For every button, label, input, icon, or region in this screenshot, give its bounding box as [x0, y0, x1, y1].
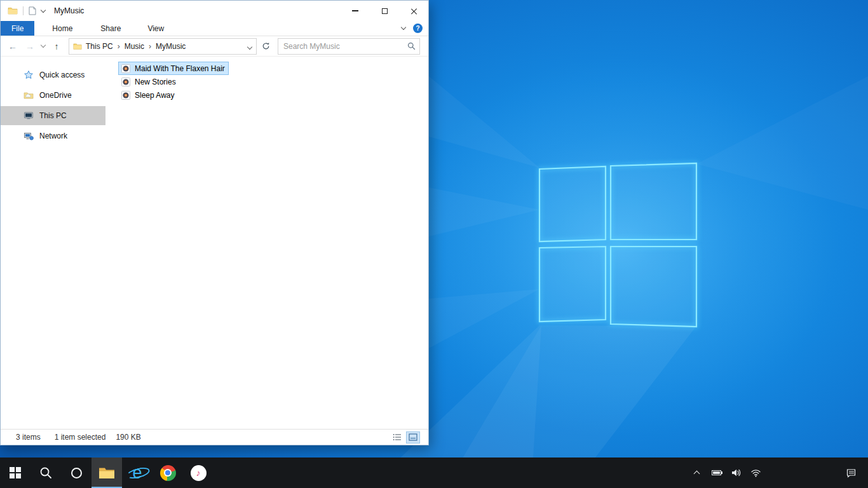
- search-input[interactable]: [283, 42, 407, 51]
- wifi-icon: [750, 468, 761, 478]
- tab-file[interactable]: File: [1, 21, 34, 36]
- start-icon: [10, 467, 21, 478]
- selection-count: 1 item selected: [55, 433, 106, 442]
- address-box[interactable]: This PC › Music › MyMusic: [69, 38, 257, 55]
- cortana-button[interactable]: [61, 458, 92, 488]
- explorer-window: MyMusic File Home Share View ? ← → ↑ Thi…: [0, 0, 429, 445]
- taskbar-file-explorer-button[interactable]: [92, 458, 122, 488]
- view-toggles: [391, 432, 428, 443]
- network-icon: [24, 131, 34, 141]
- qat-properties-icon[interactable]: [29, 6, 36, 15]
- sidebar-item-this-pc[interactable]: This PC: [1, 106, 105, 125]
- file-explorer-icon: [98, 466, 115, 480]
- expand-ribbon-chevron-icon[interactable]: [401, 25, 406, 30]
- breadcrumb-music[interactable]: Music: [121, 42, 148, 51]
- sidebar-item-label: This PC: [39, 111, 67, 120]
- network-button[interactable]: [749, 466, 762, 479]
- maximize-icon: [382, 8, 388, 14]
- recent-locations-chevron-icon[interactable]: [39, 38, 47, 55]
- chrome-button[interactable]: [153, 458, 183, 488]
- file-name: New Stories: [135, 78, 176, 86]
- battery-button[interactable]: [710, 466, 722, 479]
- cortana-icon: [71, 468, 82, 478]
- star-icon: [24, 70, 34, 80]
- tab-view[interactable]: View: [139, 21, 173, 36]
- maximize-button[interactable]: [370, 1, 399, 21]
- sidebar-item-label: OneDrive: [39, 91, 72, 100]
- tab-home[interactable]: Home: [43, 21, 81, 36]
- search-icon: [39, 466, 52, 479]
- window-body: Quick access OneDrive This PC: [1, 57, 428, 429]
- volume-button[interactable]: [729, 466, 742, 479]
- music-file-icon: [121, 77, 131, 87]
- navigation-pane: Quick access OneDrive This PC: [1, 57, 105, 429]
- refresh-icon: [262, 42, 270, 50]
- breadcrumb-this-pc[interactable]: This PC: [82, 42, 117, 51]
- chevron-up-icon: [693, 471, 700, 477]
- titlebar[interactable]: MyMusic: [1, 1, 428, 21]
- tab-share[interactable]: Share: [92, 21, 130, 36]
- large-icons-view-button[interactable]: [407, 432, 419, 443]
- action-center-icon: [846, 468, 857, 478]
- chrome-icon: [160, 465, 176, 481]
- item-count: 3 items: [16, 433, 41, 442]
- ribbon-tabs: File Home Share View ?: [1, 21, 428, 36]
- file-row-sleep-away[interactable]: Sleep Away: [118, 88, 179, 102]
- window-folder-icon: [8, 6, 18, 16]
- help-icon[interactable]: ?: [413, 24, 423, 33]
- taskbar: e ♪: [0, 458, 868, 488]
- qat-separator: [23, 6, 24, 15]
- computer-icon: [24, 111, 34, 121]
- file-row-maid-with-the-flaxen-hair[interactable]: Maid With The Flaxen Hair: [118, 62, 229, 75]
- itunes-icon: ♪: [191, 465, 207, 481]
- sidebar-item-label: Quick access: [39, 71, 85, 79]
- music-file-icon: [121, 90, 131, 100]
- sidebar-item-quick-access[interactable]: Quick access: [1, 65, 105, 85]
- close-icon: [410, 8, 417, 15]
- battery-icon: [712, 470, 721, 475]
- minimize-icon: [352, 10, 358, 11]
- action-center-button[interactable]: [844, 466, 857, 479]
- sidebar-item-label: Network: [39, 132, 67, 140]
- details-view-button[interactable]: [391, 432, 403, 443]
- up-button[interactable]: ↑: [49, 38, 64, 55]
- back-button[interactable]: ←: [5, 38, 20, 55]
- file-name: Maid With The Flaxen Hair: [135, 64, 225, 73]
- internet-explorer-icon: e: [128, 463, 147, 482]
- window-title: MyMusic: [54, 6, 84, 15]
- address-dropdown-chevron-icon[interactable]: [248, 42, 254, 51]
- address-bar: ← → ↑ This PC › Music › MyMusic: [1, 36, 428, 57]
- details-view-icon: [393, 433, 402, 441]
- search-icon[interactable]: [407, 42, 416, 50]
- caption-buttons: [341, 1, 428, 21]
- minimize-button[interactable]: [341, 1, 370, 21]
- system-tray: [690, 458, 868, 488]
- breadcrumb-mymusic[interactable]: MyMusic: [152, 42, 189, 51]
- forward-button[interactable]: →: [22, 38, 37, 55]
- taskbar-search-button[interactable]: [31, 458, 61, 488]
- selection-size: 190 KB: [116, 433, 140, 442]
- file-list[interactable]: Maid With The Flaxen Hair New Stories Sl…: [105, 57, 428, 429]
- start-button[interactable]: [0, 458, 31, 488]
- music-file-icon: [121, 64, 131, 74]
- address-folder-icon: [73, 42, 82, 51]
- status-bar: 3 items 1 item selected 190 KB: [1, 429, 428, 445]
- internet-explorer-button[interactable]: e: [122, 458, 153, 488]
- file-row-new-stories[interactable]: New Stories: [118, 75, 180, 88]
- search-box: [278, 38, 420, 55]
- sidebar-item-onedrive[interactable]: OneDrive: [1, 86, 105, 105]
- close-button[interactable]: [399, 1, 428, 21]
- large-icons-view-icon: [409, 433, 417, 441]
- sidebar-item-network[interactable]: Network: [1, 126, 105, 146]
- quick-access-toolbar: [1, 6, 45, 16]
- refresh-button[interactable]: [259, 38, 273, 55]
- itunes-button[interactable]: ♪: [183, 458, 214, 488]
- qat-customize-chevron-icon[interactable]: [41, 7, 46, 12]
- file-name: Sleep Away: [135, 91, 175, 100]
- tray-overflow-button[interactable]: [690, 466, 703, 479]
- onedrive-folder-icon: [24, 90, 34, 100]
- speaker-icon: [731, 468, 741, 478]
